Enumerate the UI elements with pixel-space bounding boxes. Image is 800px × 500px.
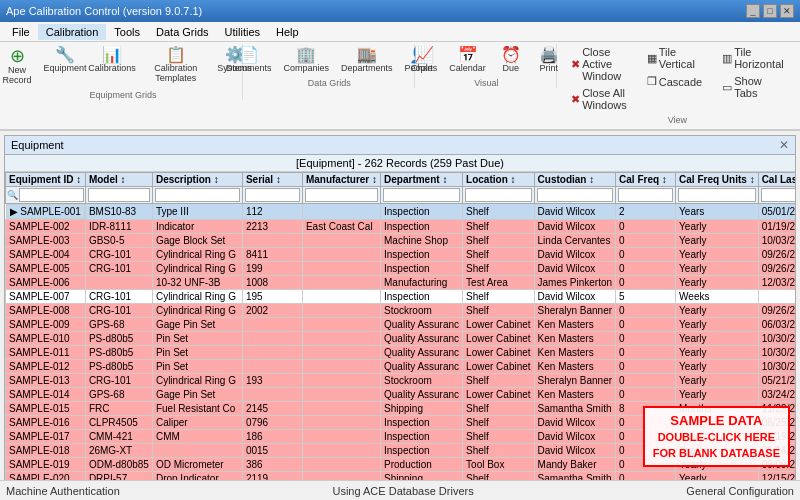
table-cell: Inspection bbox=[381, 248, 463, 262]
calendar-btn[interactable]: 📅 Calendar bbox=[444, 44, 491, 76]
table-row[interactable]: SAMPLE-003GBS0-5Gage Block SetMachine Sh… bbox=[6, 234, 796, 248]
col-header-id[interactable]: Equipment ID ↕ bbox=[6, 173, 86, 187]
departments-btn[interactable]: 🏬 Departments bbox=[336, 44, 398, 76]
due-icon: ⏰ bbox=[501, 47, 521, 63]
table-cell bbox=[302, 402, 380, 416]
companies-btn[interactable]: 🏢 Companies bbox=[279, 44, 335, 76]
col-header-desc[interactable]: Description ↕ bbox=[152, 173, 242, 187]
table-row[interactable]: SAMPLE-00610-32 UNF-3B1008ManufacturingT… bbox=[6, 276, 796, 290]
table-cell: 2145 bbox=[242, 402, 302, 416]
table-cell bbox=[302, 458, 380, 472]
table-cell: PS-d80b5 bbox=[85, 346, 152, 360]
table-cell: CRG-101 bbox=[85, 374, 152, 388]
menu-utilities[interactable]: Utilities bbox=[217, 24, 268, 40]
filter-mfr[interactable] bbox=[305, 188, 378, 202]
table-cell: Lower Cabinet bbox=[463, 318, 534, 332]
filter-custodian[interactable] bbox=[537, 188, 614, 202]
table-row[interactable]: SAMPLE-012PS-d80b5Pin SetQuality Assuran… bbox=[6, 360, 796, 374]
menu-help[interactable]: Help bbox=[268, 24, 307, 40]
col-header-dept[interactable]: Department ↕ bbox=[381, 173, 463, 187]
table-cell: 5 bbox=[616, 290, 676, 304]
ribbon: ⊕ New Record 🔧 Equipment 📊 Calibrations … bbox=[0, 42, 800, 131]
table-row[interactable]: SAMPLE-010PS-d80b5Pin SetQuality Assuran… bbox=[6, 332, 796, 346]
tile-vertical-btn[interactable]: ▦ Tile Vertical bbox=[640, 44, 709, 72]
documents-btn[interactable]: 📄 Documents bbox=[221, 44, 277, 76]
filter-freq[interactable] bbox=[618, 188, 673, 202]
table-row[interactable]: SAMPLE-014GPS-68Gage Pin SetQuality Assu… bbox=[6, 388, 796, 402]
table-cell: Inspection bbox=[381, 204, 463, 220]
table-cell: 0 bbox=[616, 248, 676, 262]
sample-data-overlay[interactable]: SAMPLE DATA DOUBLE-CLICK HERE FOR BLANK … bbox=[643, 406, 790, 467]
menu-datagrids[interactable]: Data Grids bbox=[148, 24, 217, 40]
col-header-serial[interactable]: Serial ↕ bbox=[242, 173, 302, 187]
filter-serial[interactable] bbox=[245, 188, 300, 202]
table-cell: Ken Masters bbox=[534, 318, 616, 332]
table-cell: 09/26/2019 bbox=[758, 262, 795, 276]
table-cell: 2213 bbox=[242, 220, 302, 234]
tile-horizontal-btn[interactable]: ▥ Tile Horizontal bbox=[715, 44, 791, 72]
show-tabs-icon: ▭ bbox=[722, 81, 732, 94]
table-cell: Gage Block Set bbox=[152, 234, 242, 248]
col-header-loc[interactable]: Location ↕ bbox=[463, 173, 534, 187]
table-row[interactable]: SAMPLE-009GPS-68Gage Pin SetQuality Assu… bbox=[6, 318, 796, 332]
filter-units[interactable] bbox=[678, 188, 756, 202]
filter-loc[interactable] bbox=[465, 188, 531, 202]
table-cell: 386 bbox=[242, 458, 302, 472]
col-header-custodian[interactable]: Custodian ↕ bbox=[534, 173, 616, 187]
filter-desc[interactable] bbox=[155, 188, 240, 202]
table-cell: Stockroom bbox=[381, 304, 463, 318]
group-label-view: View bbox=[668, 115, 687, 125]
table-row[interactable]: SAMPLE-011PS-d80b5Pin SetQuality Assuran… bbox=[6, 346, 796, 360]
table-cell: SAMPLE-002 bbox=[6, 220, 86, 234]
table-cell: Caliper bbox=[152, 416, 242, 430]
app-title: Ape Calibration Control (version 9.0.7.1… bbox=[6, 5, 202, 17]
table-row[interactable]: ▶ SAMPLE-001BMS10-83Type III112Inspectio… bbox=[6, 204, 796, 220]
filter-id[interactable] bbox=[19, 188, 84, 202]
table-row[interactable]: SAMPLE-005CRG-101Cylindrical Ring G199In… bbox=[6, 262, 796, 276]
table-cell: 195 bbox=[242, 290, 302, 304]
minimize-btn[interactable]: _ bbox=[746, 4, 760, 18]
table-cell: Quality Assuranc bbox=[381, 346, 463, 360]
table-cell bbox=[242, 234, 302, 248]
panel-close-btn[interactable]: ✕ bbox=[779, 138, 789, 152]
charts-btn[interactable]: 📈 Charts bbox=[406, 44, 443, 76]
table-cell: Cylindrical Ring G bbox=[152, 374, 242, 388]
close-all-btn[interactable]: ✖ Close All Windows bbox=[564, 85, 634, 113]
table-cell bbox=[302, 262, 380, 276]
table-cell: David Wilcox bbox=[534, 262, 616, 276]
table-row[interactable]: SAMPLE-008CRG-101Cylindrical Ring G2002S… bbox=[6, 304, 796, 318]
filter-model[interactable] bbox=[88, 188, 150, 202]
table-row[interactable]: SAMPLE-007CRG-101Cylindrical Ring G195In… bbox=[6, 290, 796, 304]
col-header-mfr[interactable]: Manufacturer ↕ bbox=[302, 173, 380, 187]
cal-templates-btn[interactable]: 📋 Calibration Templates bbox=[137, 44, 214, 86]
close-active-btn[interactable]: ✖ Close Active Window bbox=[564, 44, 634, 84]
filter-last[interactable] bbox=[761, 188, 795, 202]
table-cell: David Wilcox bbox=[534, 416, 616, 430]
table-cell: 10-32 UNF-3B bbox=[152, 276, 242, 290]
menu-tools[interactable]: Tools bbox=[106, 24, 148, 40]
departments-icon: 🏬 bbox=[357, 47, 377, 63]
col-header-units[interactable]: Cal Freq Units ↕ bbox=[676, 173, 759, 187]
table-row[interactable]: SAMPLE-013CRG-101Cylindrical Ring G193St… bbox=[6, 374, 796, 388]
new-record-btn[interactable]: ⊕ New Record bbox=[0, 44, 41, 88]
calibrations-btn[interactable]: 📊 Calibrations bbox=[89, 44, 136, 76]
table-cell: Inspection bbox=[381, 444, 463, 458]
filter-dept[interactable] bbox=[383, 188, 460, 202]
col-header-last[interactable]: Cal Last ↕ bbox=[758, 173, 795, 187]
due-btn[interactable]: ⏰ Due bbox=[493, 44, 529, 76]
col-header-freq[interactable]: Cal Freq ↕ bbox=[616, 173, 676, 187]
maximize-btn[interactable]: □ bbox=[763, 4, 777, 18]
cascade-btn[interactable]: ❒ Cascade bbox=[640, 73, 709, 90]
table-row[interactable]: SAMPLE-004CRG-101Cylindrical Ring G8411I… bbox=[6, 248, 796, 262]
group-label-visual: Visual bbox=[474, 78, 498, 88]
col-header-model[interactable]: Model ↕ bbox=[85, 173, 152, 187]
table-row[interactable]: SAMPLE-002IDR-8111Indicator2213East Coas… bbox=[6, 220, 796, 234]
close-btn[interactable]: ✕ bbox=[780, 4, 794, 18]
table-cell: 1008 bbox=[242, 276, 302, 290]
table-cell: David Wilcox bbox=[534, 204, 616, 220]
show-tabs-btn[interactable]: ▭ Show Tabs bbox=[715, 73, 791, 101]
panel-subtitle: [Equipment] - 262 Records (259 Past Due) bbox=[5, 155, 795, 172]
menu-file[interactable]: File bbox=[4, 24, 38, 40]
equipment-btn[interactable]: 🔧 Equipment bbox=[43, 44, 86, 76]
menu-calibration[interactable]: Calibration bbox=[38, 24, 107, 40]
